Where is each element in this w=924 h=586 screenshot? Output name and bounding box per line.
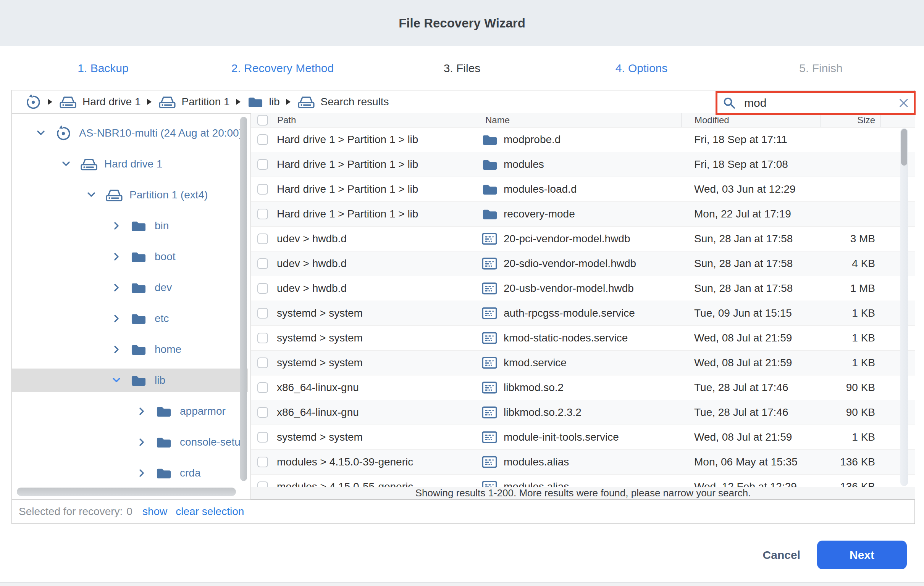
row-checkbox[interactable] <box>257 432 268 443</box>
tree-expander[interactable] <box>86 190 96 200</box>
table-row[interactable]: systemd > system kmod-static-nodes.servi… <box>251 326 915 351</box>
tree-expander[interactable] <box>112 252 121 262</box>
tree-item[interactable]: etc <box>12 307 248 330</box>
row-checkbox[interactable] <box>257 258 268 269</box>
table-row[interactable]: Hard drive 1 > Partition 1 > lib modprob… <box>251 127 915 152</box>
column-header-name[interactable]: Name <box>476 113 681 127</box>
tree-item-label: lib <box>155 374 165 387</box>
table-row[interactable]: x86_64-linux-gnu libkmod.so.2 Tue, 28 Ju… <box>251 375 915 400</box>
breadcrumb-item[interactable]: Partition 1 <box>147 95 230 109</box>
row-checkbox[interactable] <box>257 159 268 170</box>
row-checkbox[interactable] <box>257 382 268 393</box>
tree-expander[interactable] <box>36 128 46 138</box>
row-checkbox[interactable] <box>257 209 268 219</box>
table-row[interactable]: x86_64-linux-gnu libkmod.so.2.3.2 Tue, 2… <box>251 400 915 425</box>
breadcrumb-items: Hard drive 1 Partition 1 lib <box>25 94 395 110</box>
folder-icon <box>482 208 498 221</box>
row-checkbox[interactable] <box>257 481 268 487</box>
tree-item[interactable]: lib <box>12 369 248 392</box>
cell-path: modules > 4.15.0-55-generic <box>270 481 476 487</box>
table-row[interactable]: udev > hwdb.d 20-usb-vendor-model.hwdb S… <box>251 276 915 301</box>
breadcrumb-item[interactable]: Hard drive 1 <box>48 95 141 109</box>
row-checkbox[interactable] <box>257 308 268 319</box>
step-tab-2[interactable]: 2. Recovery Method <box>193 46 372 90</box>
step-tab-4[interactable]: 4. Options <box>552 46 731 90</box>
row-checkbox[interactable] <box>257 407 268 418</box>
table-row[interactable]: udev > hwdb.d 20-pci-vendor-model.hwdb S… <box>251 227 915 252</box>
tree-expander[interactable] <box>112 283 121 293</box>
table-row[interactable]: Hard drive 1 > Partition 1 > lib modules… <box>251 152 915 177</box>
tree-expander[interactable] <box>137 468 147 478</box>
row-checkbox[interactable] <box>257 134 268 145</box>
cell-modified: Fri, 18 Sep at 17:08 <box>681 158 820 171</box>
table-row[interactable]: modules > 4.15.0-39-generic modules.alia… <box>251 450 915 475</box>
breadcrumb-item[interactable] <box>25 94 41 110</box>
tree-expander[interactable] <box>61 159 71 169</box>
step-tab-1[interactable]: 1. Backup <box>13 46 193 90</box>
table-row[interactable]: modules > 4.15.0-55-generic modules.alia… <box>251 475 915 487</box>
clear-selection-link[interactable]: clear selection <box>176 505 244 518</box>
folder-icon <box>130 313 147 325</box>
step-tab-3[interactable]: 3. Files <box>372 46 552 90</box>
table-row[interactable]: systemd > system auth-rpcgss-module.serv… <box>251 301 915 326</box>
show-link[interactable]: show <box>142 505 167 518</box>
tree-expander[interactable] <box>112 221 121 231</box>
tree-item[interactable]: apparmor <box>12 400 248 423</box>
tree-item[interactable]: Hard drive 1 <box>12 152 248 176</box>
table-row[interactable]: systemd > system kmod.service Wed, 08 Ju… <box>251 351 915 375</box>
tree-item[interactable]: crda <box>12 461 248 485</box>
table-row[interactable]: udev > hwdb.d 20-sdio-vendor-model.hwdb … <box>251 252 915 276</box>
file-name: recovery-mode <box>503 208 575 220</box>
table-row[interactable]: Hard drive 1 > Partition 1 > lib modules… <box>251 177 915 202</box>
tree-item[interactable]: boot <box>12 245 248 268</box>
row-checkbox[interactable] <box>257 184 268 194</box>
cell-modified: Wed, 08 Jul at 21:59 <box>681 431 820 443</box>
column-header-modified[interactable]: Modified <box>681 113 820 127</box>
tree-item-label: apparmor <box>180 405 226 417</box>
row-checkbox[interactable] <box>257 283 268 294</box>
tree-expander[interactable] <box>112 375 121 385</box>
row-checkbox[interactable] <box>257 333 268 343</box>
tree-expander[interactable] <box>112 314 121 324</box>
clear-search-icon[interactable] <box>898 98 909 109</box>
row-checkbox[interactable] <box>257 234 268 244</box>
folder-icon <box>248 96 264 109</box>
next-button[interactable]: Next <box>817 541 907 569</box>
column-header-path[interactable]: Path <box>270 113 476 127</box>
tree-item[interactable]: AS-NBR10-multi (24 Aug at 20:00) <box>12 121 248 145</box>
tree-item[interactable]: dev <box>12 276 248 300</box>
chevron-right-icon <box>112 314 121 324</box>
tree-expander[interactable] <box>137 406 147 416</box>
hard-drive-icon <box>59 95 77 109</box>
hard-drive-icon <box>106 188 123 202</box>
table-scrollbar-track[interactable] <box>900 128 908 486</box>
table-scrollbar-thumb[interactable] <box>901 129 907 166</box>
cell-modified: Mon, 22 Jul at 17:19 <box>681 208 820 220</box>
search-input[interactable] <box>744 97 898 110</box>
row-checkbox[interactable] <box>257 357 268 368</box>
folder-icon <box>482 183 498 196</box>
cancel-button[interactable]: Cancel <box>763 549 800 561</box>
tree-vertical-scrollbar[interactable] <box>240 117 247 481</box>
breadcrumb-item[interactable]: Search results <box>286 95 389 109</box>
tree-expander[interactable] <box>137 437 147 447</box>
cell-path: udev > hwdb.d <box>270 282 476 295</box>
tree-item[interactable]: home <box>12 337 248 361</box>
tree-item-label: dev <box>155 281 172 294</box>
table-row[interactable]: systemd > system module-init-tools.servi… <box>251 425 915 450</box>
tree-item[interactable]: console-setup <box>12 430 248 454</box>
cell-modified: Wed, 12 Feb at 12:29 <box>681 481 820 487</box>
select-all-checkbox[interactable] <box>257 115 268 125</box>
tree-horizontal-scrollbar[interactable] <box>17 487 236 496</box>
tree-expander[interactable] <box>112 344 121 354</box>
column-header-size[interactable]: Size <box>820 113 881 127</box>
folder-icon <box>130 343 147 356</box>
tree-item[interactable]: bin <box>12 214 248 238</box>
breadcrumb-item[interactable]: lib <box>236 96 280 109</box>
cell-path: udev > hwdb.d <box>270 257 476 270</box>
tree-item[interactable]: Partition 1 (ext4) <box>12 183 248 207</box>
row-checkbox[interactable] <box>257 457 268 467</box>
file-name: modules.alias <box>503 456 569 468</box>
table-row[interactable]: Hard drive 1 > Partition 1 > lib recover… <box>251 202 915 227</box>
cell-name: modules.alias <box>476 456 681 468</box>
